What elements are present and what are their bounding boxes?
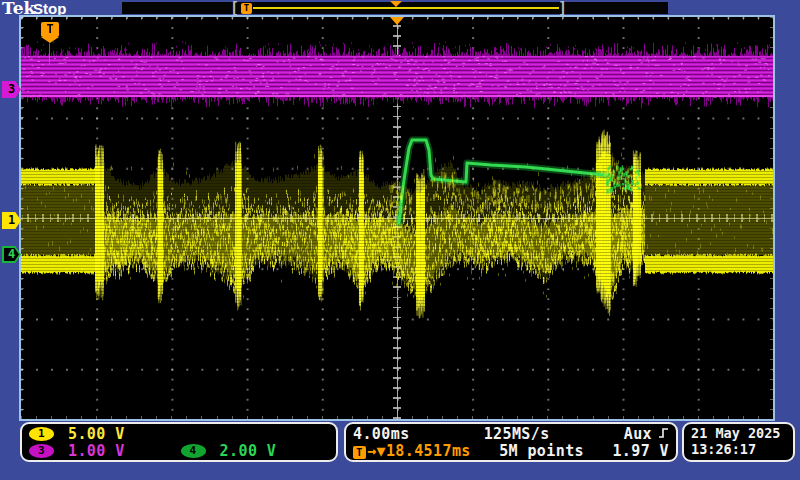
record-expansion-marker-icon [390, 1, 402, 7]
trigger-flag-stem [49, 43, 50, 65]
date-label: 21 May 2025 [684, 425, 793, 441]
trigger-source-label: Aux [624, 425, 652, 443]
channel-1-marker[interactable]: 1 [2, 212, 21, 229]
trigger-time-flag[interactable]: T [41, 22, 59, 37]
vertical-readout-box[interactable]: 1 5.00 V 3 1.00 V 4 2.00 V [20, 422, 338, 462]
datetime-box: 21 May 2025 13:26:17 [682, 422, 795, 462]
channel-3-badge[interactable]: 3 [29, 444, 54, 458]
trigger-source: Aux [624, 425, 669, 443]
delay-readout: T→▼18.4517ms [353, 442, 471, 460]
channel-1-badge[interactable]: 1 [29, 427, 54, 441]
expansion-point-marker[interactable] [390, 17, 404, 25]
delay-trigger-icon: T [353, 446, 366, 459]
record-trigger-marker[interactable]: T [241, 3, 252, 14]
record-window-line [253, 7, 559, 9]
horizontal-scale: 4.00ms [353, 425, 410, 443]
waveform-canvas [21, 17, 773, 419]
sample-rate: 125MS/s [484, 425, 550, 443]
horizontal-trigger-readout-box[interactable]: 4.00ms 125MS/s Aux T→▼18.4517ms 5M point… [344, 422, 678, 462]
channel-1-marker-label: 1 [2, 212, 21, 229]
delay-value: 18.4517ms [386, 442, 471, 460]
channel-4-scale: 2.00 V [220, 442, 277, 460]
channel-3-scale: 1.00 V [68, 442, 125, 460]
oscilloscope-screen: { "header": { "logo": "Tek", "acq_status… [0, 0, 800, 480]
channel-1-scale: 5.00 V [68, 425, 125, 443]
channel-4-badge[interactable]: 4 [181, 444, 206, 458]
record-length: 5M points [499, 442, 584, 460]
channel-3-marker[interactable]: 3 [2, 81, 21, 98]
trigger-level: 1.97 V [612, 442, 669, 460]
channel-4-marker[interactable]: 4 [2, 246, 21, 263]
record-view-bar[interactable]: [ T ] [122, 2, 668, 14]
time-label: 13:26:17 [684, 441, 793, 457]
delay-marker-icon: ▼ [376, 442, 385, 460]
channel-3-marker-label: 3 [2, 81, 21, 98]
trigger-slope-icon [658, 425, 669, 443]
graticule: T [19, 15, 775, 421]
channel-4-marker-label: 4 [2, 246, 21, 263]
